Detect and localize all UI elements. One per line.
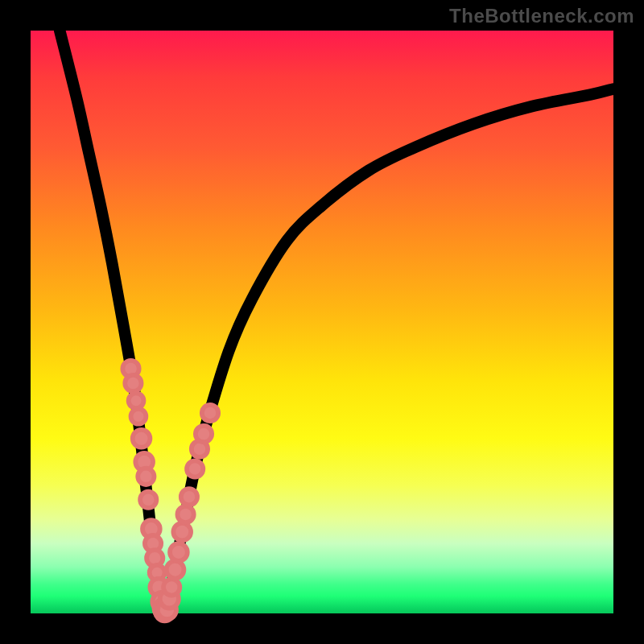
data-point <box>187 460 203 477</box>
data-point <box>181 489 197 505</box>
data-point <box>167 561 184 579</box>
data-point <box>163 579 180 595</box>
chart-svg <box>31 31 613 613</box>
data-point <box>133 430 151 448</box>
data-point <box>177 506 193 522</box>
data-point <box>202 405 218 421</box>
data-point <box>131 409 147 424</box>
data-point <box>129 393 144 408</box>
data-point-cluster <box>122 361 218 621</box>
data-point <box>196 426 212 442</box>
data-point <box>173 523 191 541</box>
data-point <box>170 543 188 561</box>
chart-frame: TheBottleneck.com <box>0 0 644 644</box>
data-point <box>125 375 141 391</box>
data-point <box>138 469 154 485</box>
data-point <box>140 492 156 508</box>
plot-area <box>31 31 613 613</box>
watermark-text: TheBottleneck.com <box>449 5 634 27</box>
